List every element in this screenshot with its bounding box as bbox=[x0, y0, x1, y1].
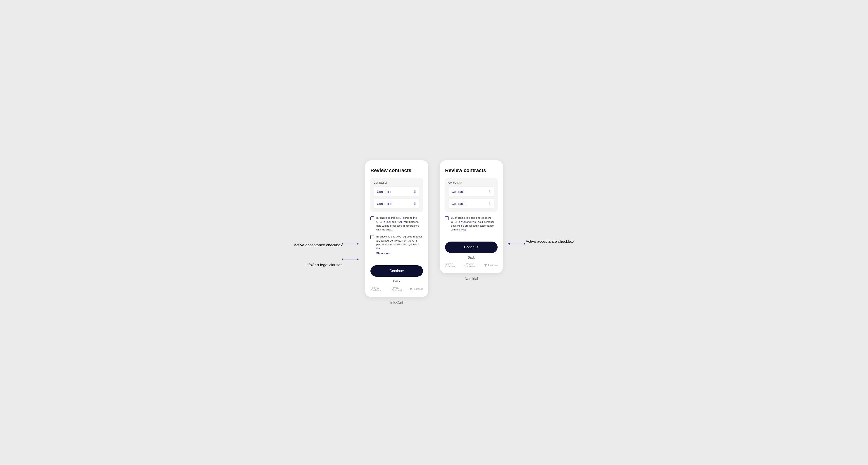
namirial-privacy-link[interactable]: Privacy Statement bbox=[466, 263, 483, 268]
page-layout: Active acceptance checkbox InfoCert lega… bbox=[9, 160, 859, 304]
annotation-label-infocert: InfoCert legal clauses bbox=[294, 263, 342, 267]
fourthline-icon bbox=[410, 288, 412, 290]
show-more-button[interactable]: Show more bbox=[376, 251, 423, 255]
infocert-footer: Terms & Conditions · Privacy Statement F… bbox=[370, 287, 423, 292]
namirial-footer: Terms & Conditions · Privacy Statement F… bbox=[445, 263, 498, 268]
link-1a[interactable]: [%s] bbox=[386, 221, 391, 223]
namirial-brand-name: Fourthline bbox=[488, 264, 498, 267]
namirial-contracts-label: Contract(s) bbox=[448, 181, 494, 184]
namirial-link-1c[interactable]: [%s] bbox=[461, 228, 466, 231]
annotation-label-acceptance: Active acceptance checkbox bbox=[294, 243, 342, 248]
infocert-continue-button[interactable]: Continue bbox=[370, 265, 423, 277]
infocert-contract-2[interactable]: Contract II ⇩ bbox=[374, 199, 420, 209]
right-annotations: Active acceptance checkbox bbox=[526, 221, 574, 244]
infocert-terms-link[interactable]: Terms & Conditions bbox=[370, 287, 388, 292]
svg-marker-5 bbox=[357, 258, 359, 260]
namirial-link-1a[interactable]: [%s] bbox=[461, 221, 465, 223]
infocert-contracts-label: Contract(s) bbox=[374, 181, 420, 184]
phones-container: Review contracts Contract(s) Contract I … bbox=[365, 160, 503, 304]
infocert-footer-sep: · bbox=[390, 288, 390, 290]
infocert-checkbox-1-row: By checking this box, I agree to the QTS… bbox=[370, 216, 423, 232]
namirial-title: Review contracts bbox=[445, 168, 498, 173]
infocert-checkbox-2[interactable] bbox=[370, 235, 374, 239]
annotation-label-acceptance-right: Active acceptance checkbox bbox=[526, 239, 574, 244]
namirial-contracts-box: Contract(s) Contract I ⇩ Contract II ⇩ bbox=[445, 178, 498, 212]
namirial-link-1b[interactable]: [%s] bbox=[471, 221, 476, 223]
infocert-panel: Review contracts Contract(s) Contract I … bbox=[365, 160, 428, 304]
left-annotations: Active acceptance checkbox InfoCert lega… bbox=[294, 198, 342, 267]
namirial-footer-sep: · bbox=[464, 264, 465, 267]
namirial-terms-link[interactable]: Terms & Conditions bbox=[445, 263, 463, 268]
svg-marker-7 bbox=[507, 243, 510, 245]
infocert-contracts-box: Contract(s) Contract I ⇩ Contract II ⇩ bbox=[370, 178, 423, 212]
svg-point-4 bbox=[342, 259, 343, 260]
namirial-contract-2-name: Contract II bbox=[452, 202, 466, 206]
namirial-contract-1[interactable]: Contract I ⇩ bbox=[448, 186, 494, 197]
namirial-continue-button[interactable]: Continue bbox=[445, 241, 498, 253]
svg-point-8 bbox=[524, 243, 525, 244]
link-1b[interactable]: [%s] bbox=[397, 221, 402, 223]
infocert-checkbox-1-text: By checking this box, I agree to the QTS… bbox=[376, 216, 423, 232]
namirial-panel: Review contracts Contract(s) Contract I … bbox=[440, 160, 503, 304]
download-icon-1[interactable]: ⇩ bbox=[413, 190, 416, 194]
infocert-fourthline-logo: Fourthline bbox=[410, 288, 423, 290]
infocert-checkbox-2-row: By checking this box, I agree to request… bbox=[370, 235, 423, 255]
svg-marker-2 bbox=[357, 243, 359, 245]
infocert-contract-1[interactable]: Contract I ⇩ bbox=[374, 186, 420, 197]
link-1c[interactable]: [%s] bbox=[386, 228, 391, 231]
infocert-contract-2-name: Contract II bbox=[377, 202, 392, 206]
namirial-fourthline-logo: Fourthline bbox=[485, 264, 498, 267]
namirial-fourthline-icon bbox=[485, 264, 487, 267]
namirial-contract-2[interactable]: Contract II ⇩ bbox=[448, 199, 494, 209]
svg-point-1 bbox=[342, 243, 343, 244]
infocert-brand-name: Fourthline bbox=[413, 288, 423, 290]
infocert-checkbox-1[interactable] bbox=[370, 216, 374, 220]
infocert-contract-1-name: Contract I bbox=[377, 190, 391, 194]
namirial-contract-1-name: Contract I bbox=[452, 190, 465, 194]
namirial-checkbox-1-text: By checking this box, I agree to the QTS… bbox=[451, 216, 498, 232]
infocert-checkbox-2-text: By checking this box, I agree to request… bbox=[376, 235, 423, 255]
download-icon-2[interactable]: ⇩ bbox=[413, 202, 416, 206]
namirial-download-icon-1[interactable]: ⇩ bbox=[488, 190, 491, 194]
infocert-privacy-link[interactable]: Privacy Statement bbox=[392, 287, 408, 292]
namirial-back-link[interactable]: Back bbox=[445, 256, 498, 259]
infocert-label: InfoCert bbox=[390, 301, 403, 305]
infocert-back-link[interactable]: Back bbox=[370, 279, 423, 283]
left-arrows bbox=[342, 196, 361, 269]
namirial-phone: Review contracts Contract(s) Contract I … bbox=[440, 160, 503, 273]
infocert-title: Review contracts bbox=[370, 168, 423, 173]
namirial-download-icon-2[interactable]: ⇩ bbox=[488, 202, 491, 206]
right-arrows bbox=[507, 219, 526, 246]
infocert-phone: Review contracts Contract(s) Contract I … bbox=[365, 160, 428, 297]
namirial-checkbox-1-row: By checking this box, I agree to the QTS… bbox=[445, 216, 498, 232]
namirial-label: Namirial bbox=[465, 277, 478, 281]
namirial-checkbox-1[interactable] bbox=[445, 216, 449, 220]
